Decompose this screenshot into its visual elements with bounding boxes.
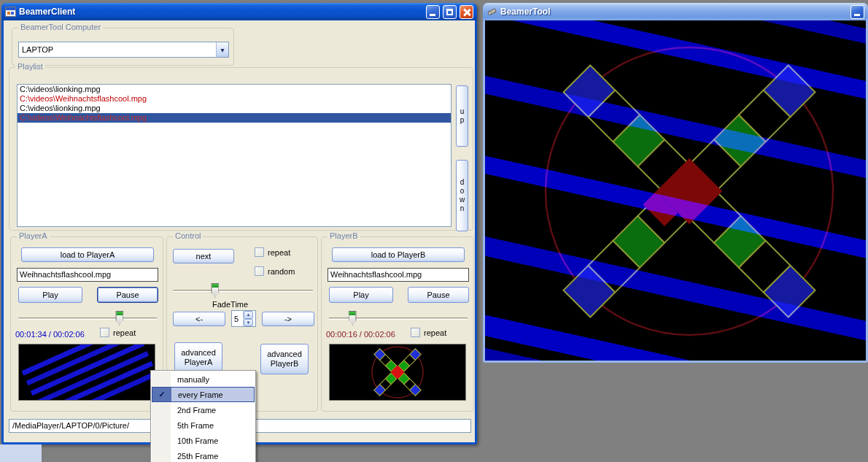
menu-item-manually[interactable]: manually <box>152 371 255 387</box>
control-group-label: Control <box>173 231 203 240</box>
computer-groupbox: BeamerTool Computer LAPTOP ▾ <box>12 28 234 66</box>
player-a-time-label: 00:01:34 / 00:02:06 <box>15 330 85 339</box>
player-b-repeat-label: repeat <box>424 328 446 337</box>
beamertool-canvas <box>485 20 866 361</box>
player-a-groupbox: PlayerA load to PlayerA Weihnachtsflashc… <box>10 236 163 412</box>
check-icon: ✓ <box>152 388 171 401</box>
playlist-down-button[interactable]: down <box>456 160 468 231</box>
computer-group-label: BeamerTool Computer <box>18 23 103 31</box>
menu-item-25th-frame[interactable]: 25th Frame <box>152 448 255 462</box>
maximize-icon <box>446 9 453 15</box>
player-a-slider-thumb[interactable] <box>115 311 123 326</box>
player-b-group-label: PlayerB <box>328 231 360 240</box>
minimize-button[interactable] <box>850 5 864 19</box>
beamertool-window: BeamerTool <box>483 3 868 363</box>
minimize-icon <box>854 14 860 16</box>
advanced-player-b-button[interactable]: advanced PlayerB <box>260 344 309 374</box>
desktop: BeamerClient BeamerTool Computer LAPTOP … <box>0 0 868 462</box>
playlist-groupbox: Playlist C:\videos\lionking.mpg C:\video… <box>9 67 473 231</box>
beamertool-titlebar[interactable]: BeamerTool <box>483 3 868 20</box>
playlist-item[interactable]: C:\videos\lionking.mpg <box>18 104 451 113</box>
fadetime-label: FadeTime <box>212 300 248 309</box>
player-b-preview-image <box>330 344 465 400</box>
beamer-output-image <box>485 20 866 361</box>
menu-check-gutter <box>152 417 171 433</box>
fade-forward-button[interactable]: -> <box>262 312 314 326</box>
window-title: BeamerClient <box>19 7 423 17</box>
advanced-player-a-button[interactable]: advanced PlayerA <box>174 342 222 373</box>
player-a-preview-image <box>19 344 155 400</box>
player-a-preview <box>18 344 155 401</box>
menu-item-5th-frame[interactable]: 5th Frame <box>152 417 255 433</box>
desktop-corner-panel <box>0 444 42 462</box>
menu-item-every-frame[interactable]: ✓ every Frame <box>152 387 255 402</box>
fade-slider-thumb[interactable] <box>211 283 219 298</box>
menu-item-10th-frame[interactable]: 10th Frame <box>152 433 255 448</box>
fade-slider-track <box>173 290 313 292</box>
player-b-preview <box>329 344 466 401</box>
control-random-checkbox[interactable]: random <box>255 266 295 276</box>
player-a-position-slider[interactable] <box>18 310 157 326</box>
frame-rate-context-menu: manually ✓ every Frame 2nd Frame 5th Fra… <box>150 370 256 462</box>
computer-combobox-value: LAPTOP <box>19 45 216 54</box>
control-repeat-label: repeat <box>268 248 290 257</box>
playlist-item-selected[interactable]: C:\videos\Weihnachtsflashcool.mpg <box>18 113 451 123</box>
player-b-file-field[interactable]: Weihnachtsflashcool.mpg <box>328 268 469 282</box>
player-b-repeat-checkbox[interactable]: repeat <box>411 328 446 337</box>
fade-back-button[interactable]: <- <box>173 312 225 326</box>
minimize-button[interactable] <box>426 5 440 19</box>
player-b-position-slider[interactable] <box>329 310 468 326</box>
player-a-group-label: PlayerA <box>17 231 50 240</box>
player-b-play-button[interactable]: Play <box>329 287 393 303</box>
next-button[interactable]: next <box>173 249 234 263</box>
computer-combobox[interactable]: LAPTOP ▾ <box>18 42 229 58</box>
app-icon <box>5 7 16 17</box>
fadetime-spinner[interactable]: 5 ▲ ▼ <box>231 310 256 327</box>
control-random-label: random <box>268 267 295 276</box>
chevron-down-icon[interactable]: ▾ <box>216 42 228 57</box>
playlist-item[interactable]: C:\videos\Weihnachtsflashcool.mpg <box>18 94 451 104</box>
playlist-up-button[interactable]: up <box>456 85 468 147</box>
checkbox-icon[interactable] <box>411 328 420 337</box>
menu-check-gutter <box>152 433 171 448</box>
player-b-pause-button[interactable]: Pause <box>408 287 469 303</box>
checkbox-icon[interactable] <box>255 266 264 276</box>
fade-slider[interactable] <box>173 282 313 299</box>
player-a-pause-button[interactable]: Pause <box>97 287 158 303</box>
player-a-repeat-label: repeat <box>113 328 136 337</box>
load-to-player-b-button[interactable]: load to PlayerB <box>332 247 465 262</box>
spinner-up-button[interactable]: ▲ <box>244 311 253 319</box>
player-b-time-label: 00:00:16 / 00:02:06 <box>326 330 395 339</box>
menu-check-gutter <box>152 402 171 417</box>
spinner-buttons: ▲ ▼ <box>243 311 253 326</box>
fadetime-value[interactable]: 5 <box>232 311 243 326</box>
player-a-file-field[interactable]: Weihnachtsflashcool.mpg <box>17 268 158 282</box>
playlist-item[interactable]: C:\videos\lionking.mpg <box>18 85 451 94</box>
menu-check-gutter <box>152 371 171 387</box>
control-repeat-checkbox[interactable]: repeat <box>255 247 290 257</box>
checkbox-icon[interactable] <box>255 247 264 257</box>
close-button[interactable] <box>460 5 473 19</box>
load-to-player-a-button[interactable]: load to PlayerA <box>21 247 154 262</box>
menu-item-2nd-frame[interactable]: 2nd Frame <box>152 402 255 417</box>
player-a-slider-track <box>18 317 157 320</box>
menu-check-gutter <box>152 448 171 462</box>
window-title: BeamerTool <box>500 7 848 17</box>
minimize-icon <box>430 14 435 16</box>
player-a-repeat-checkbox[interactable]: repeat <box>100 328 136 337</box>
beamertool-icon <box>487 7 497 17</box>
player-b-slider-thumb[interactable] <box>349 311 357 326</box>
playlist-group-label: Playlist <box>15 62 45 71</box>
spinner-down-button[interactable]: ▼ <box>244 319 253 327</box>
playlist-listbox[interactable]: C:\videos\lionking.mpg C:\videos\Weihnac… <box>17 84 452 227</box>
player-b-groupbox: PlayerB load to PlayerB Weihnachtsflashc… <box>321 236 474 412</box>
beamerclient-titlebar[interactable]: BeamerClient <box>1 3 477 20</box>
checkbox-icon[interactable] <box>100 328 109 337</box>
player-a-play-button[interactable]: Play <box>18 287 82 303</box>
maximize-button[interactable] <box>443 5 457 19</box>
